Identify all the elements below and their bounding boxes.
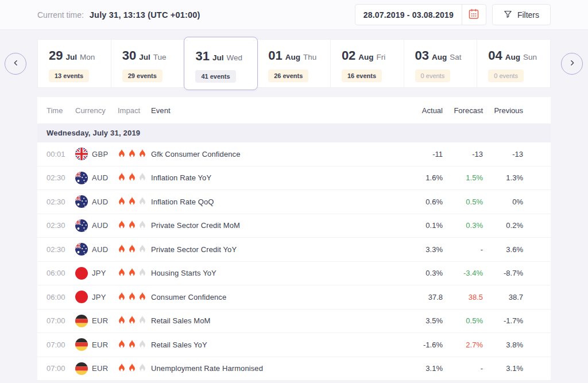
previous-value: 0%: [483, 198, 523, 206]
previous-value: 3.6%: [483, 245, 523, 254]
previous-value: 3.8%: [483, 341, 523, 349]
event-name: Retail Sales YoY: [151, 341, 403, 349]
day-tab-title: 02AugFri: [342, 48, 404, 63]
day-tab-30-jul[interactable]: 30JulTue29 events: [111, 40, 185, 87]
day-tab-31-jul-selected[interactable]: 31JulWed41 events: [184, 37, 258, 90]
impact-rating: [118, 268, 151, 278]
flame-icon: [128, 149, 136, 160]
event-time: 02:30: [47, 221, 75, 230]
events-count-badge: 29 events: [122, 69, 163, 82]
previous-value: 38.7: [483, 293, 523, 301]
forecast-value: 0.3%: [443, 221, 483, 230]
flame-icon: [138, 339, 146, 350]
day-tab-02-aug[interactable]: 02AugFri16 events: [331, 40, 404, 87]
previous-value: 0.2%: [483, 221, 523, 230]
aud-flag-icon: [75, 172, 88, 184]
flame-icon: [128, 292, 136, 303]
forecast-value: 38.5: [443, 293, 483, 301]
forecast-value: -13: [443, 150, 483, 158]
event-row[interactable]: 02:30AUDInflation Rate QoQ0.6%0.5%0%: [37, 190, 551, 214]
actual-value: 3.3%: [403, 245, 443, 254]
next-week-button[interactable]: [561, 53, 583, 75]
actual-value: 1.6%: [403, 173, 443, 182]
filters-label: Filters: [517, 10, 539, 20]
forecast-value: -: [443, 364, 483, 373]
topbar-actions: 28.07.2019 - 03.08.2019: [355, 4, 551, 25]
impact-rating: [118, 220, 151, 231]
impact-rating: [118, 244, 151, 255]
column-header-currency: Currency: [75, 106, 118, 115]
flame-icon: [118, 268, 126, 278]
event-row[interactable]: 07:00EURRetail Sales YoY-1.6%2.7%3.8%: [37, 333, 551, 357]
day-tab-title: 04AugSun: [488, 48, 550, 63]
flame-icon: [118, 292, 126, 303]
event-row[interactable]: 06:00JPYConsumer Confidence37.838.538.7: [37, 285, 551, 310]
event-currency: AUD: [75, 172, 118, 184]
day-weekday: Fri: [377, 53, 386, 61]
flame-icon: [138, 244, 146, 255]
previous-value: -8.7%: [483, 269, 523, 277]
day-weekday: Thu: [303, 53, 316, 61]
event-name: Gfk Consumer Confidence: [151, 150, 403, 158]
flame-icon: [128, 220, 136, 231]
filters-button[interactable]: Filters: [492, 4, 551, 25]
flame-icon: [118, 149, 126, 160]
day-number: 02: [342, 48, 355, 63]
events-count-badge: 41 events: [195, 70, 235, 83]
event-row[interactable]: 07:00EURUnemployment Rate Harmonised3.1%…: [37, 357, 551, 381]
event-name: Private Sector Credit MoM: [151, 221, 403, 230]
currency-code: EUR: [92, 341, 108, 349]
forecast-value: 0.5%: [443, 316, 483, 325]
event-rows: 00:01GBPGfk Consumer Confidence-11-13-13…: [37, 142, 551, 381]
actual-value: 37.8: [403, 293, 443, 301]
date-range-button[interactable]: 28.07.2019 - 03.08.2019: [355, 4, 486, 25]
event-row[interactable]: 07:00EURRetail Sales MoM3.5%0.5%-1.7%: [37, 310, 551, 334]
flame-icon: [118, 339, 126, 350]
event-row[interactable]: 02:30AUDPrivate Sector Credit YoY3.3%-3.…: [37, 238, 551, 262]
flame-icon: [118, 196, 126, 207]
event-name: Consumer Confidence: [151, 293, 403, 301]
flame-icon: [128, 172, 136, 183]
flame-icon: [138, 268, 146, 278]
impact-rating: [118, 363, 151, 374]
forecast-value: 2.7%: [443, 341, 483, 349]
previous-value: -1.7%: [483, 316, 523, 325]
previous-week-button[interactable]: [5, 53, 26, 75]
event-time: 07:00: [47, 364, 75, 373]
event-name: Retail Sales MoM: [151, 316, 403, 325]
event-name: Private Sector Credit YoY: [151, 245, 403, 254]
calendar-picker-button[interactable]: [462, 5, 486, 25]
event-row[interactable]: 00:01GBPGfk Consumer Confidence-11-13-13: [37, 142, 551, 167]
day-tab-29-jul[interactable]: 29JulMon13 events: [38, 40, 111, 87]
actual-value: -1.6%: [403, 341, 443, 349]
day-tab-01-aug[interactable]: 01AugThu26 events: [257, 40, 331, 87]
previous-value: -13: [483, 150, 523, 158]
event-row[interactable]: 02:30AUDInflation Rate YoY1.6%1.5%1.3%: [37, 167, 551, 191]
forecast-value: -3.4%: [443, 269, 483, 277]
day-month: Jul: [139, 53, 150, 61]
aud-flag-icon: [75, 195, 88, 208]
day-tab-04-aug[interactable]: 04AugSun0 events: [477, 40, 550, 87]
impact-rating: [118, 292, 151, 303]
event-row[interactable]: 06:00JPYHousing Starts YoY0.3%-3.4%-8.7%: [37, 262, 551, 286]
events-count-badge: 16 events: [342, 69, 382, 82]
column-header-forecast: Forecast: [443, 106, 483, 115]
day-weekday: Wed: [226, 53, 242, 62]
gbp-flag-icon: [75, 148, 88, 160]
flame-icon: [118, 244, 126, 255]
day-tab-03-aug[interactable]: 03AugSat0 events: [404, 40, 478, 87]
currency-code: AUD: [92, 198, 108, 206]
forecast-value: 0.5%: [443, 198, 483, 206]
current-time: Current time: July 31, 13:13 (UTC +01:00…: [37, 10, 200, 20]
flame-icon: [138, 196, 146, 207]
currency-code: JPY: [92, 269, 106, 277]
flame-icon: [128, 339, 136, 350]
filter-icon: [504, 10, 512, 20]
event-currency: EUR: [75, 362, 118, 375]
event-row[interactable]: 02:30AUDPrivate Sector Credit MoM0.1%0.3…: [37, 214, 551, 238]
flame-icon: [118, 363, 126, 374]
event-currency: GBP: [75, 148, 118, 160]
event-currency: JPY: [75, 267, 118, 280]
column-header-impact: Impact: [118, 106, 151, 115]
day-weekday: Sun: [523, 53, 537, 61]
